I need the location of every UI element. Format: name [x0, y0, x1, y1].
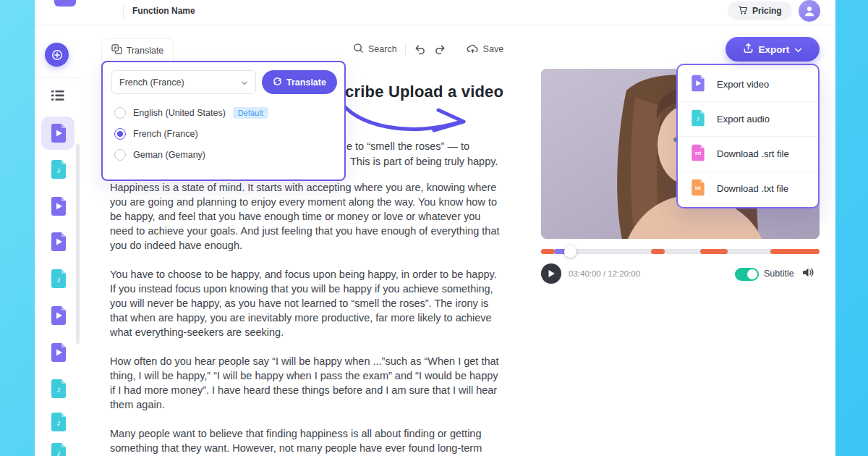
svg-text:♪: ♪: [56, 448, 61, 456]
app-window: Function Name Pricing ♪♪♪♪♪ Translate: [35, 0, 835, 456]
cloud-save-icon: [467, 43, 479, 56]
radio-icon[interactable]: [114, 149, 126, 161]
svg-text:♪: ♪: [56, 274, 61, 284]
video-timeline[interactable]: [541, 249, 820, 254]
export-dropdown-menu: Export video♪Export audiosrtDownload .sr…: [676, 64, 820, 208]
translate-action-label: Translate: [286, 77, 326, 88]
pricing-button[interactable]: Pricing: [728, 1, 792, 20]
language-option-2[interactable]: French (France): [114, 128, 268, 140]
export-icon: [743, 43, 754, 56]
play-button[interactable]: [541, 263, 561, 284]
left-sidebar: ♪♪♪♪♪: [35, 25, 83, 456]
export-menu-item-label: Download .txt file: [717, 183, 788, 194]
pricing-label: Pricing: [752, 6, 782, 16]
sidebar-file-audio-10[interactable]: ♪: [48, 442, 69, 456]
chevron-down-icon: [794, 44, 802, 55]
export-menu-item-label: Download .srt file: [717, 148, 789, 159]
video-file-icon: [689, 74, 707, 95]
svg-text:txt: txt: [695, 185, 702, 190]
sidebar-file-video-7[interactable]: [48, 342, 69, 363]
transcript-paragraph-1: Happiness is a state of mind. It starts …: [110, 180, 504, 253]
svg-text:srt: srt: [695, 151, 702, 156]
save-label: Save: [483, 44, 504, 54]
default-badge: Default: [233, 107, 268, 119]
annotation-arrow: [333, 93, 474, 138]
transcript-paragraph-2: You have to choose to be happy, and focu…: [110, 267, 504, 339]
timeline-segment-3[interactable]: [651, 249, 665, 254]
txt-file-icon: txt: [689, 178, 707, 199]
radio-icon[interactable]: [114, 107, 126, 119]
search-button[interactable]: Search: [353, 43, 397, 56]
sidebar-file-audio-5[interactable]: ♪: [48, 268, 69, 290]
app-logo: [54, 0, 76, 7]
header-divider: [123, 6, 124, 20]
language-select[interactable]: French (France): [111, 70, 256, 94]
undo-icon[interactable]: [414, 44, 426, 55]
language-select-value: French (France): [119, 77, 184, 88]
sidebar-file-video-4[interactable]: [48, 231, 69, 253]
search-icon: [353, 43, 364, 56]
translate-icon: [111, 44, 122, 56]
volume-icon[interactable]: [801, 266, 815, 282]
language-option-3[interactable]: Geman (Gemany): [114, 149, 268, 161]
language-option-label: French (France): [133, 129, 198, 139]
export-menu-item-label: Export video: [717, 79, 769, 90]
svg-text:♪: ♪: [56, 384, 61, 394]
language-radio-list: English (United States)DefaultFrench (Fr…: [114, 107, 268, 161]
avatar[interactable]: [799, 0, 820, 22]
language-option-1[interactable]: English (United States)Default: [114, 107, 268, 119]
timeline-segment-5[interactable]: [770, 249, 820, 254]
translate-action-icon: [273, 77, 282, 88]
sidebar-file-video-1[interactable]: [48, 122, 69, 144]
subtitle-toggle[interactable]: [735, 268, 759, 281]
search-label: Search: [368, 44, 397, 54]
srt-file-icon: srt: [689, 143, 707, 164]
sidebar-file-audio-9[interactable]: ♪: [48, 411, 69, 433]
export-menu-item-srt[interactable]: srtDownload .srt file: [678, 136, 818, 171]
save-button[interactable]: Save: [467, 43, 504, 56]
timeline-playhead[interactable]: [564, 245, 576, 258]
svg-text:♪: ♪: [56, 165, 61, 175]
toolbar-divider: [405, 43, 406, 55]
sidebar-file-audio-8[interactable]: ♪: [48, 378, 69, 400]
translate-tab[interactable]: Translate: [101, 38, 174, 62]
export-menu-item-label: Export audio: [717, 114, 770, 124]
export-menu-item-audio[interactable]: ♪Export audio: [678, 101, 818, 136]
sidebar-file-video-6[interactable]: [48, 305, 69, 326]
function-name-title: Function Name: [132, 6, 195, 16]
sidebar-scrollbar[interactable]: [76, 143, 80, 344]
timeline-segment-1[interactable]: [541, 249, 555, 254]
radio-icon[interactable]: [114, 128, 126, 140]
transcript-paragraph-4: Many people want to believe that finding…: [110, 426, 504, 455]
export-menu-item-video[interactable]: Export video: [678, 67, 818, 101]
sidebar-file-audio-2[interactable]: ♪: [48, 159, 69, 180]
editor-toolbar: Search Save: [353, 40, 503, 59]
partial-paragraph-line-2: This is part of being truly happy.: [350, 156, 498, 167]
svg-text:♪: ♪: [56, 418, 61, 428]
translate-action-button[interactable]: Translate: [262, 70, 337, 94]
transcript-paragraph-3: How often do you hear people say “I will…: [110, 354, 504, 412]
timeline-segment-4[interactable]: [700, 249, 728, 254]
language-option-label: Geman (Gemany): [133, 150, 205, 160]
export-menu-item-txt[interactable]: txtDownload .txt file: [678, 171, 818, 206]
time-display: 03:40:00 / 12:20:00: [569, 269, 640, 278]
top-header: Function Name Pricing: [35, 0, 835, 25]
export-button[interactable]: Export: [726, 37, 820, 62]
chevron-down-icon: [241, 77, 248, 88]
redo-icon[interactable]: [434, 44, 446, 55]
translate-tab-label: Translate: [127, 46, 164, 56]
partial-paragraph-line-1: e to “smell the roses” — to: [346, 140, 469, 152]
language-option-label: English (United States): [133, 108, 226, 118]
cart-icon: [738, 5, 748, 17]
sidebar-file-video-3[interactable]: [48, 195, 69, 217]
export-label: Export: [759, 44, 790, 55]
svg-text:♪: ♪: [696, 114, 699, 122]
translate-panel: French (France) Translate English (Unite…: [101, 61, 346, 181]
audio-file-icon: ♪: [689, 109, 707, 130]
subtitle-label: Subtitle: [764, 269, 794, 279]
transcript-text[interactable]: Happiness is a state of mind. It starts …: [110, 180, 504, 456]
